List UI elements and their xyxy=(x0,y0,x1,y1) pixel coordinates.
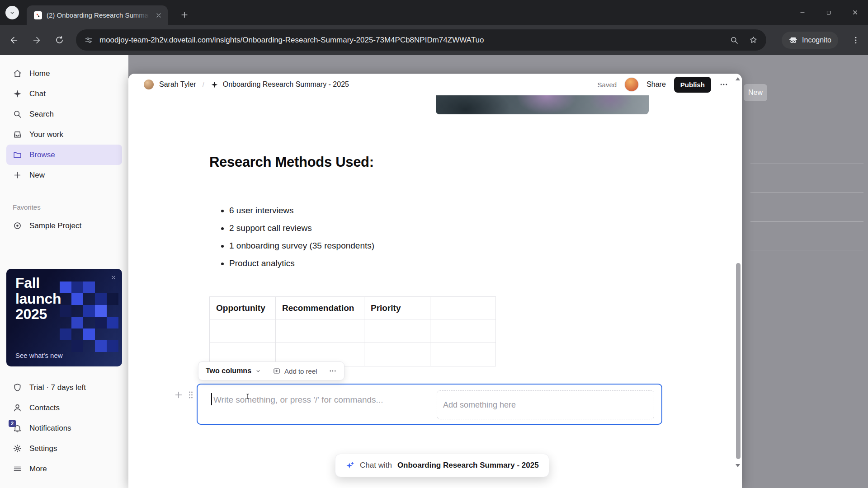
section-heading[interactable]: Research Methods Used: xyxy=(209,154,374,170)
search-icon[interactable] xyxy=(730,36,739,45)
drag-handle[interactable] xyxy=(186,390,196,400)
publish-button[interactable]: Publish xyxy=(674,77,711,93)
layout-select-button[interactable]: Two columns xyxy=(200,362,267,380)
sidebar-item-chat[interactable]: Chat xyxy=(0,84,128,104)
sidebar-item-notifications[interactable]: 2 Notifications xyxy=(0,418,128,438)
table-cell[interactable] xyxy=(364,319,430,343)
chevron-down-icon xyxy=(9,9,16,16)
tab-close-icon[interactable] xyxy=(155,12,162,19)
sidebar-item-browse[interactable]: Browse xyxy=(6,145,122,165)
sidebar-item-sample-project[interactable]: Sample Project xyxy=(0,216,128,236)
plus-icon xyxy=(180,10,189,19)
sidebar-item-label: Trial · 7 days left xyxy=(29,383,86,392)
notification-count-badge: 2 xyxy=(9,420,16,427)
window-close-button[interactable] xyxy=(842,0,868,25)
menu-icon xyxy=(13,464,22,474)
sidebar-item-label: More xyxy=(29,465,47,474)
bullet-item[interactable]: 2 support call reviews xyxy=(229,223,374,233)
document-title[interactable]: Onboarding Research Summary - 2025 xyxy=(223,80,349,89)
browser-tab[interactable]: (2) Onboarding Research Summary xyxy=(27,5,168,25)
insight-sparkle-icon xyxy=(211,81,218,89)
toolbar-more-button[interactable] xyxy=(323,362,342,380)
browser-titlebar: (2) Onboarding Research Summary xyxy=(0,0,868,25)
add-to-reel-button[interactable]: Add to reel xyxy=(267,362,323,380)
drag-dots-icon xyxy=(186,390,196,400)
text-input-placeholder[interactable]: Write something, or press '/' for comman… xyxy=(213,395,383,405)
table-cell[interactable] xyxy=(276,319,364,343)
table-header-cell[interactable]: Priority xyxy=(364,297,430,319)
author-avatar[interactable] xyxy=(144,80,154,89)
add-block-button[interactable] xyxy=(174,390,184,400)
share-button[interactable]: Share xyxy=(646,80,666,89)
chat-bar-prefix: Chat with xyxy=(360,461,392,470)
back-button[interactable] xyxy=(8,34,20,46)
forward-button[interactable] xyxy=(31,34,42,46)
promo-link[interactable]: See what's new xyxy=(15,352,63,359)
url-bar[interactable]: moodjoy-team-2h2v.dovetail.com/insights/… xyxy=(76,29,766,51)
table-cell[interactable] xyxy=(210,319,276,343)
table-header-cell[interactable] xyxy=(430,297,496,319)
sidebar-item-settings[interactable]: Settings xyxy=(0,438,128,459)
table-header-cell[interactable]: Opportunity xyxy=(210,297,276,319)
sidebar-item-more[interactable]: More xyxy=(0,459,128,479)
sidebar-item-label: Sample Project xyxy=(29,221,81,230)
maximize-icon xyxy=(826,9,832,16)
project-disc-icon xyxy=(13,221,22,230)
sidebar-item-label: Browse xyxy=(29,150,55,160)
background-table-line xyxy=(750,221,863,222)
favicon-dovetail xyxy=(34,11,42,19)
author-name[interactable]: Sarah Tyler xyxy=(159,80,196,89)
window-maximize-button[interactable] xyxy=(816,0,842,25)
sidebar-item-label: Your work xyxy=(29,130,63,139)
dovetail-app: New Home Chat Search Your work Browse xyxy=(0,55,868,488)
document-more-button[interactable] xyxy=(719,80,728,89)
forward-arrow-icon xyxy=(32,35,42,45)
sidebar-item-your-work[interactable]: Your work xyxy=(0,124,128,145)
close-icon xyxy=(852,9,859,16)
window-minimize-button[interactable] xyxy=(789,0,816,25)
sidebar-item-contacts[interactable]: Contacts xyxy=(0,398,128,418)
scrollbar-thumb[interactable] xyxy=(736,263,741,459)
plus-icon xyxy=(174,390,184,400)
sidebar-item-label: Settings xyxy=(29,444,57,453)
sidebar-item-trial[interactable]: Trial · 7 days left xyxy=(0,377,128,398)
sidebar-footer: Trial · 7 days left Contacts 2 Notificat… xyxy=(0,377,128,488)
sidebar-item-label: Contacts xyxy=(29,404,60,413)
folder-icon xyxy=(13,150,22,160)
scrollbar-down-arrow[interactable] xyxy=(736,464,740,467)
saved-status: Saved xyxy=(598,81,617,89)
reload-button[interactable] xyxy=(53,34,65,46)
background-table-line xyxy=(750,164,863,164)
chat-with-document-bar[interactable]: Chat with Onboarding Research Summary - … xyxy=(335,454,549,477)
incognito-label: Incognito xyxy=(802,36,831,44)
browser-menu-button[interactable] xyxy=(850,34,862,46)
mouse-text-cursor xyxy=(244,391,251,402)
sidebar-item-new[interactable]: New xyxy=(0,165,128,185)
empty-column-dropzone[interactable]: Add something here xyxy=(437,390,654,419)
table-cell[interactable] xyxy=(430,343,496,366)
bullet-item[interactable]: Product analytics xyxy=(229,258,374,268)
scrollbar-up-arrow[interactable] xyxy=(736,77,740,80)
minimize-icon xyxy=(799,9,806,16)
table-cell[interactable] xyxy=(364,343,430,366)
table-cell[interactable] xyxy=(430,319,496,343)
site-info-icon[interactable] xyxy=(84,36,93,45)
promo-card-fall-launch[interactable]: Fall launch 2025 See what's new xyxy=(6,269,122,366)
two-column-block[interactable]: Write something, or press '/' for comman… xyxy=(197,384,662,425)
user-avatar[interactable] xyxy=(625,78,638,91)
bullet-item[interactable]: 6 user interviews xyxy=(229,206,374,216)
promo-close-icon[interactable] xyxy=(110,274,117,281)
bookmark-star-icon[interactable] xyxy=(749,35,758,45)
sidebar-item-home[interactable]: Home xyxy=(0,63,128,84)
doc-table: Opportunity Recommendation Priority xyxy=(209,296,496,366)
tab-search-button[interactable] xyxy=(5,6,19,19)
table-header-cell[interactable]: Recommendation xyxy=(276,297,364,319)
new-tab-button[interactable] xyxy=(177,8,192,22)
search-icon xyxy=(13,109,22,119)
bullet-item[interactable]: 1 onboarding survey (35 respondents) xyxy=(229,241,374,251)
favorites-section-label: Favorites xyxy=(13,203,128,211)
layout-select-label: Two columns xyxy=(206,367,251,375)
document-header: Sarah Tyler / Onboarding Research Summar… xyxy=(128,74,742,95)
sidebar-item-label: Notifications xyxy=(29,424,71,433)
sidebar-item-search[interactable]: Search xyxy=(0,104,128,124)
